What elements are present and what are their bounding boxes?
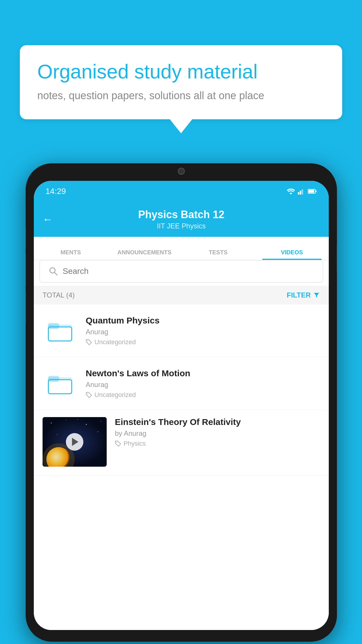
svg-point-21	[98, 431, 99, 432]
svg-point-17	[51, 423, 52, 424]
tab-ments[interactable]: MENTS	[34, 249, 108, 260]
video-info-2: Newton's Laws of Motion Anurag Uncategor…	[86, 368, 320, 399]
video-list: Quantum Physics Anurag Uncategorized	[34, 304, 329, 630]
svg-line-7	[55, 272, 57, 275]
svg-point-20	[101, 421, 101, 422]
video-info-1: Quantum Physics Anurag Uncategorized	[86, 316, 320, 346]
svg-rect-0	[298, 192, 299, 195]
folder-icon	[47, 318, 73, 344]
svg-point-19	[86, 424, 87, 425]
battery-icon	[308, 189, 317, 194]
phone-volume-up-button	[26, 254, 26, 286]
search-icon	[49, 267, 58, 276]
filter-funnel-icon	[313, 292, 320, 299]
svg-point-23	[77, 419, 78, 420]
phone-power-button	[336, 245, 337, 271]
video-thumbnail-einstein	[43, 417, 107, 467]
filter-button[interactable]: FILTER	[287, 291, 320, 299]
app-header: ← Physics Batch 12 IIT JEE Physics	[34, 202, 329, 237]
video-title-1: Quantum Physics	[86, 316, 320, 326]
video-title-3: Einstein's Theory Of Relativity	[115, 417, 320, 427]
video-author-2: Anurag	[86, 381, 320, 389]
play-button[interactable]	[66, 433, 83, 451]
tag-icon	[115, 440, 121, 447]
phone-volume-down-button	[26, 292, 26, 324]
svg-point-26	[117, 442, 117, 443]
svg-rect-5	[308, 190, 314, 193]
list-item[interactable]: Einstein's Theory Of Relativity by Anura…	[34, 410, 329, 476]
status-bar: 14:29	[34, 181, 329, 202]
video-author-1: Anurag	[86, 328, 320, 336]
svg-point-15	[87, 393, 88, 394]
filter-label: FILTER	[287, 291, 311, 299]
wifi-icon	[287, 188, 295, 195]
play-triangle-icon	[72, 438, 78, 446]
svg-rect-1	[300, 191, 301, 195]
video-tag-1: Uncategorized	[86, 338, 320, 346]
search-container	[40, 260, 323, 282]
svg-rect-10	[48, 323, 59, 329]
bubble-title: Organised study material	[37, 60, 325, 84]
video-info-3: Einstein's Theory Of Relativity by Anura…	[115, 417, 320, 447]
speech-bubble: Organised study material notes, question…	[20, 45, 342, 119]
tag-text-2: Uncategorized	[94, 391, 136, 399]
phone-mute-button	[26, 228, 26, 248]
svg-rect-4	[316, 190, 317, 192]
status-icons	[287, 188, 317, 195]
status-time: 14:29	[45, 187, 66, 196]
tag-icon	[86, 339, 92, 345]
tab-bar: MENTS ANNOUNCEMENTS TESTS VIDEOS	[34, 237, 329, 260]
tag-text-3: Physics	[124, 440, 146, 447]
phone-frame: 14:29	[26, 163, 337, 642]
phone-notch	[155, 163, 208, 179]
video-tag-3: Physics	[115, 440, 320, 447]
folder-thumb-1	[43, 313, 78, 348]
bubble-subtitle: notes, question papers, solutions all at…	[37, 90, 325, 102]
search-input[interactable]	[63, 267, 314, 276]
list-item[interactable]: Newton's Laws of Motion Anurag Uncategor…	[34, 357, 329, 410]
signal-icon	[298, 188, 305, 195]
phone-camera	[178, 168, 185, 175]
folder-thumb-2	[43, 366, 78, 401]
tag-text-1: Uncategorized	[94, 338, 136, 346]
svg-rect-14	[48, 376, 59, 382]
tab-tests[interactable]: TESTS	[181, 249, 255, 260]
header-title: Physics Batch 12	[138, 209, 224, 221]
video-author-3: by Anurag	[115, 429, 320, 438]
tab-announcements[interactable]: ANNOUNCEMENTS	[108, 249, 181, 260]
total-count: TOTAL (4)	[43, 291, 75, 299]
tab-videos[interactable]: VIDEOS	[255, 249, 329, 260]
list-item[interactable]: Quantum Physics Anurag Uncategorized	[34, 304, 329, 357]
video-tag-2: Uncategorized	[86, 391, 320, 399]
phone-screen: 14:29	[34, 181, 329, 630]
svg-point-11	[87, 341, 88, 342]
svg-point-18	[66, 420, 66, 420]
back-button[interactable]: ←	[43, 213, 53, 225]
svg-point-22	[57, 434, 57, 435]
folder-icon	[47, 370, 73, 397]
tag-icon	[86, 392, 92, 398]
header-subtitle: IIT JEE Physics	[157, 222, 206, 230]
svg-rect-2	[302, 189, 303, 195]
filter-row: TOTAL (4) FILTER	[34, 286, 329, 304]
video-title-2: Newton's Laws of Motion	[86, 368, 320, 378]
